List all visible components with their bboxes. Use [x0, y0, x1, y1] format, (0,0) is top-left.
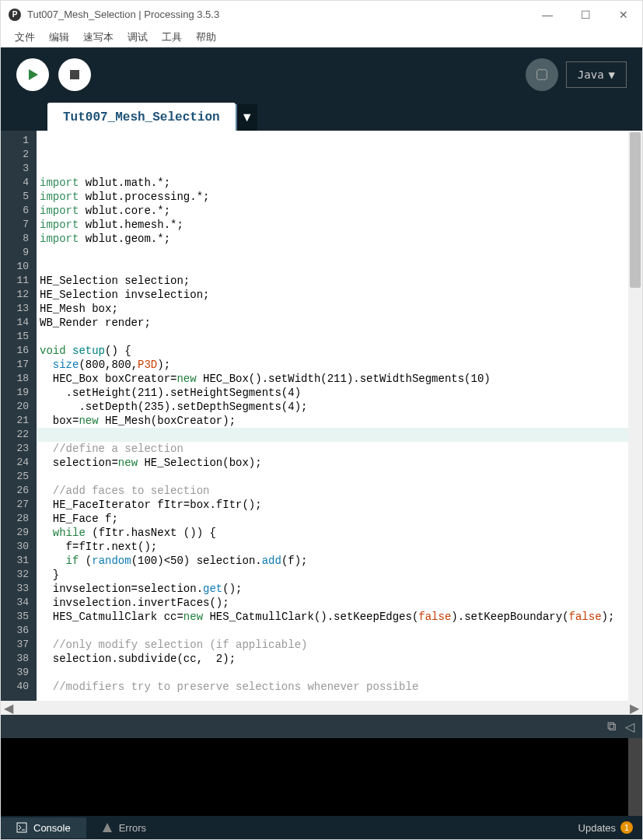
line-number: 24	[5, 456, 32, 470]
code-area[interactable]: import wblut.math.*;import wblut.process…	[37, 131, 628, 701]
line-number: 37	[5, 638, 32, 652]
line-number: 26	[5, 484, 32, 498]
line-number: 12	[5, 288, 32, 302]
code-line	[40, 666, 628, 680]
updates-indicator[interactable]: Updates 1	[578, 821, 642, 834]
line-number: 4	[5, 176, 32, 190]
code-line: HE_FaceIterator fItr=box.fItr();	[40, 498, 628, 512]
menubar: 文件 编辑 速写本 调试 工具 帮助	[1, 28, 642, 47]
errors-tab[interactable]: Errors	[86, 817, 162, 838]
line-number: 25	[5, 470, 32, 484]
console-collapse-icon[interactable]: ◁	[625, 719, 634, 734]
butterfly-icon	[534, 67, 550, 82]
line-number: 22	[5, 428, 32, 442]
line-number: 39	[5, 666, 32, 680]
svg-rect-1	[70, 70, 79, 79]
code-line: //define a selection	[40, 442, 628, 456]
code-line: f=fItr.next();	[40, 540, 628, 554]
code-line: import wblut.processing.*;	[40, 190, 628, 204]
stop-button[interactable]	[58, 58, 91, 91]
mode-button[interactable]	[526, 58, 558, 91]
console[interactable]	[1, 738, 642, 816]
line-number: 11	[5, 274, 32, 288]
code-line: box=new HE_Mesh(boxCreator);	[40, 414, 628, 428]
tab-active[interactable]: Tut007_Mesh_Selection	[47, 103, 236, 131]
code-line: .setHeight(211).setHeightSegments(4)	[40, 386, 628, 400]
scroll-left-arrow[interactable]: ◀	[4, 701, 13, 716]
code-line	[40, 694, 628, 701]
console-tab-label: Console	[33, 822, 71, 834]
scrollbar-thumb[interactable]	[630, 132, 641, 288]
menu-edit[interactable]: 编辑	[43, 29, 75, 46]
run-button[interactable]	[16, 58, 49, 91]
language-label: Java	[578, 68, 604, 81]
line-number: 29	[5, 526, 32, 540]
line-number: 35	[5, 610, 32, 624]
code-line: HE_Face f;	[40, 512, 628, 526]
code-line: invselection=selection.get();	[40, 582, 628, 596]
svg-marker-4	[103, 823, 112, 832]
line-number: 40	[5, 680, 32, 694]
window-title: Tut007_Mesh_Selection | Processing 3.5.3	[27, 9, 536, 20]
line-number: 30	[5, 540, 32, 554]
code-line: import wblut.math.*;	[40, 176, 628, 190]
code-line: HE_Mesh box;	[40, 302, 628, 316]
code-line: import wblut.core.*;	[40, 204, 628, 218]
line-number: 16	[5, 344, 32, 358]
code-line: selection=new HE_Selection(box);	[40, 456, 628, 470]
close-button[interactable]: ✕	[613, 7, 634, 23]
code-line	[40, 470, 628, 484]
console-tab[interactable]: Console	[1, 817, 86, 838]
stop-icon	[69, 69, 80, 80]
line-number: 15	[5, 330, 32, 344]
line-number: 8	[5, 232, 32, 246]
line-number: 32	[5, 568, 32, 582]
line-number: 7	[5, 218, 32, 232]
maximize-button[interactable]: ☐	[575, 7, 597, 23]
line-number: 14	[5, 316, 32, 330]
menu-file[interactable]: 文件	[9, 29, 41, 46]
code-line: HES_CatmullClark cc=new HES_CatmullClark…	[40, 610, 628, 624]
horizontal-scrollbar[interactable]: ◀ ▶	[1, 701, 642, 715]
code-line: size(800,800,P3D);	[40, 358, 628, 372]
code-line: HE_Selection invselection;	[40, 288, 628, 302]
scroll-right-arrow[interactable]: ▶	[630, 701, 639, 716]
vertical-scrollbar[interactable]	[628, 131, 642, 701]
menu-debug[interactable]: 调试	[121, 29, 154, 46]
console-export-icon[interactable]: ⧉	[607, 719, 616, 733]
updates-count-badge: 1	[620, 821, 633, 834]
code-line: //only modify selection (if applicable)	[40, 638, 628, 652]
code-line	[40, 428, 628, 442]
minimize-button[interactable]: —	[536, 7, 559, 23]
line-number: 5	[5, 190, 32, 204]
menu-help[interactable]: 帮助	[190, 29, 222, 46]
svg-rect-2	[17, 823, 26, 832]
code-line: //modifiers try to preserve selections w…	[40, 680, 628, 694]
menu-tools[interactable]: 工具	[156, 29, 188, 46]
line-number: 34	[5, 596, 32, 610]
line-number: 2	[5, 148, 32, 162]
line-number: 21	[5, 414, 32, 428]
line-number: 27	[5, 498, 32, 512]
menu-sketch[interactable]: 速写本	[77, 29, 120, 46]
toolbar: Java ▼	[1, 47, 642, 102]
code-line: selection.subdivide(cc, 2);	[40, 652, 628, 666]
console-icon	[16, 822, 27, 833]
app-icon: P	[9, 9, 21, 21]
chevron-down-icon: ▼	[609, 68, 615, 81]
warning-icon	[102, 822, 113, 833]
line-number: 38	[5, 652, 32, 666]
line-number: 31	[5, 554, 32, 568]
code-line	[40, 624, 628, 638]
window-controls: — ☐ ✕	[536, 7, 634, 23]
line-number: 10	[5, 260, 32, 274]
titlebar: P Tut007_Mesh_Selection | Processing 3.5…	[1, 1, 642, 28]
play-icon	[27, 68, 40, 81]
line-number: 33	[5, 582, 32, 596]
code-line: void setup() {	[40, 344, 628, 358]
language-selector[interactable]: Java ▼	[566, 61, 627, 88]
code-line: while (fItr.hasNext ()) {	[40, 526, 628, 540]
editor[interactable]: 1234567891011121314151617181920212223242…	[1, 131, 642, 701]
tabs-menu-button[interactable]: ▼	[236, 104, 257, 131]
code-line: HEC_Box boxCreator=new HEC_Box().setWidt…	[40, 372, 628, 386]
